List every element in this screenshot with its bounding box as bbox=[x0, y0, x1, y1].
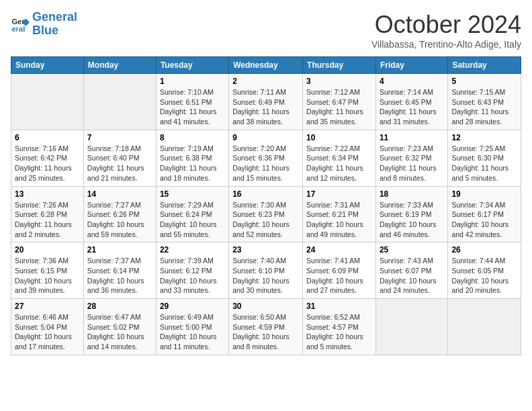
day-of-week-header: Monday bbox=[83, 57, 156, 74]
calendar-cell: 14Sunrise: 7:27 AMSunset: 6:26 PMDayligh… bbox=[83, 186, 156, 242]
logo-icon: Gen eral bbox=[11, 15, 30, 34]
day-info: Sunrise: 6:49 AMSunset: 5:00 PMDaylight:… bbox=[160, 312, 225, 352]
day-number: 31 bbox=[306, 302, 372, 311]
day-number: 24 bbox=[306, 245, 372, 255]
day-info: Sunrise: 6:47 AMSunset: 5:02 PMDaylight:… bbox=[87, 312, 152, 352]
calendar-cell: 6Sunrise: 7:16 AMSunset: 6:42 PMDaylight… bbox=[11, 130, 84, 186]
day-info: Sunrise: 7:43 AMSunset: 6:07 PMDaylight:… bbox=[380, 256, 444, 295]
calendar-cell: 10Sunrise: 7:22 AMSunset: 6:34 PMDayligh… bbox=[303, 130, 376, 186]
calendar-cell: 17Sunrise: 7:31 AMSunset: 6:21 PMDayligh… bbox=[303, 186, 376, 242]
page-header: Gen eral GeneralBlue October 2024 Villab… bbox=[11, 11, 521, 50]
calendar-cell bbox=[375, 299, 447, 355]
svg-text:eral: eral bbox=[11, 24, 25, 32]
calendar-cell: 31Sunrise: 6:52 AMSunset: 4:57 PMDayligh… bbox=[303, 299, 376, 355]
calendar-cell: 22Sunrise: 7:39 AMSunset: 6:12 PMDayligh… bbox=[156, 242, 228, 299]
calendar-header-row: SundayMondayTuesdayWednesdayThursdayFrid… bbox=[11, 57, 521, 74]
day-number: 6 bbox=[15, 133, 80, 142]
day-info: Sunrise: 7:33 AMSunset: 6:19 PMDaylight:… bbox=[380, 200, 444, 240]
day-info: Sunrise: 7:16 AMSunset: 6:42 PMDaylight:… bbox=[15, 144, 80, 183]
calendar-cell: 8Sunrise: 7:19 AMSunset: 6:38 PMDaylight… bbox=[156, 130, 228, 186]
day-number: 30 bbox=[232, 302, 299, 311]
day-number: 27 bbox=[15, 302, 80, 311]
day-info: Sunrise: 6:50 AMSunset: 4:59 PMDaylight:… bbox=[232, 312, 299, 352]
calendar-week-row: 6Sunrise: 7:16 AMSunset: 6:42 PMDaylight… bbox=[11, 130, 521, 186]
day-number: 10 bbox=[306, 133, 372, 142]
day-info: Sunrise: 7:18 AMSunset: 6:40 PMDaylight:… bbox=[87, 144, 152, 183]
day-of-week-header: Friday bbox=[375, 57, 447, 74]
day-number: 9 bbox=[232, 133, 299, 142]
day-of-week-header: Saturday bbox=[448, 57, 521, 74]
calendar-week-row: 13Sunrise: 7:26 AMSunset: 6:28 PMDayligh… bbox=[11, 186, 521, 242]
month-title: October 2024 bbox=[371, 11, 521, 39]
day-number: 19 bbox=[451, 189, 517, 199]
day-number: 21 bbox=[87, 245, 152, 255]
day-info: Sunrise: 7:15 AMSunset: 6:43 PMDaylight:… bbox=[451, 87, 517, 127]
day-info: Sunrise: 7:44 AMSunset: 6:05 PMDaylight:… bbox=[451, 256, 517, 295]
day-info: Sunrise: 7:27 AMSunset: 6:26 PMDaylight:… bbox=[87, 200, 152, 240]
calendar-week-row: 1Sunrise: 7:10 AMSunset: 6:51 PMDaylight… bbox=[11, 74, 521, 130]
day-of-week-header: Wednesday bbox=[229, 57, 303, 74]
calendar-cell: 23Sunrise: 7:40 AMSunset: 6:10 PMDayligh… bbox=[229, 242, 303, 299]
calendar-cell: 26Sunrise: 7:44 AMSunset: 6:05 PMDayligh… bbox=[448, 242, 521, 299]
title-block: October 2024 Villabassa, Trentino-Alto A… bbox=[371, 11, 521, 50]
logo-text: GeneralBlue bbox=[32, 11, 77, 38]
day-number: 23 bbox=[232, 245, 299, 255]
calendar-cell: 9Sunrise: 7:20 AMSunset: 6:36 PMDaylight… bbox=[229, 130, 303, 186]
day-info: Sunrise: 7:22 AMSunset: 6:34 PMDaylight:… bbox=[306, 144, 372, 183]
calendar-cell: 2Sunrise: 7:11 AMSunset: 6:49 PMDaylight… bbox=[229, 74, 303, 130]
day-number: 17 bbox=[306, 189, 372, 199]
calendar-week-row: 20Sunrise: 7:36 AMSunset: 6:15 PMDayligh… bbox=[11, 242, 521, 299]
calendar-cell: 30Sunrise: 6:50 AMSunset: 4:59 PMDayligh… bbox=[229, 299, 303, 355]
day-number: 25 bbox=[380, 245, 444, 255]
day-info: Sunrise: 7:34 AMSunset: 6:17 PMDaylight:… bbox=[451, 200, 517, 240]
day-number: 22 bbox=[160, 245, 225, 255]
day-info: Sunrise: 7:10 AMSunset: 6:51 PMDaylight:… bbox=[160, 87, 225, 127]
calendar-cell: 13Sunrise: 7:26 AMSunset: 6:28 PMDayligh… bbox=[11, 186, 84, 242]
day-info: Sunrise: 6:52 AMSunset: 4:57 PMDaylight:… bbox=[306, 312, 372, 352]
day-number: 29 bbox=[160, 302, 225, 311]
calendar-cell: 4Sunrise: 7:14 AMSunset: 6:45 PMDaylight… bbox=[375, 74, 447, 130]
day-number: 20 bbox=[15, 245, 80, 255]
day-number: 18 bbox=[380, 189, 444, 199]
day-info: Sunrise: 7:23 AMSunset: 6:32 PMDaylight:… bbox=[380, 144, 444, 183]
calendar-cell: 12Sunrise: 7:25 AMSunset: 6:30 PMDayligh… bbox=[448, 130, 521, 186]
day-number: 2 bbox=[232, 77, 299, 86]
day-info: Sunrise: 7:37 AMSunset: 6:14 PMDaylight:… bbox=[87, 256, 152, 295]
day-info: Sunrise: 7:36 AMSunset: 6:15 PMDaylight:… bbox=[15, 256, 80, 295]
day-number: 15 bbox=[160, 189, 225, 199]
day-number: 28 bbox=[87, 302, 152, 311]
calendar-cell: 29Sunrise: 6:49 AMSunset: 5:00 PMDayligh… bbox=[156, 299, 228, 355]
day-info: Sunrise: 7:19 AMSunset: 6:38 PMDaylight:… bbox=[160, 144, 225, 183]
day-number: 3 bbox=[306, 77, 372, 86]
day-info: Sunrise: 7:31 AMSunset: 6:21 PMDaylight:… bbox=[306, 200, 372, 240]
calendar-cell: 11Sunrise: 7:23 AMSunset: 6:32 PMDayligh… bbox=[375, 130, 447, 186]
day-info: Sunrise: 7:11 AMSunset: 6:49 PMDaylight:… bbox=[232, 87, 299, 127]
day-info: Sunrise: 7:39 AMSunset: 6:12 PMDaylight:… bbox=[160, 256, 225, 295]
day-info: Sunrise: 7:25 AMSunset: 6:30 PMDaylight:… bbox=[451, 144, 517, 183]
day-number: 13 bbox=[15, 189, 80, 199]
calendar-cell: 24Sunrise: 7:41 AMSunset: 6:09 PMDayligh… bbox=[303, 242, 376, 299]
location-subtitle: Villabassa, Trentino-Alto Adige, Italy bbox=[371, 39, 521, 50]
calendar-cell: 25Sunrise: 7:43 AMSunset: 6:07 PMDayligh… bbox=[375, 242, 447, 299]
calendar-cell bbox=[11, 74, 84, 130]
day-number: 4 bbox=[380, 77, 444, 86]
day-info: Sunrise: 7:30 AMSunset: 6:23 PMDaylight:… bbox=[232, 200, 299, 240]
day-info: Sunrise: 7:12 AMSunset: 6:47 PMDaylight:… bbox=[306, 87, 372, 127]
calendar-cell: 28Sunrise: 6:47 AMSunset: 5:02 PMDayligh… bbox=[83, 299, 156, 355]
calendar-cell: 3Sunrise: 7:12 AMSunset: 6:47 PMDaylight… bbox=[303, 74, 376, 130]
calendar-cell: 5Sunrise: 7:15 AMSunset: 6:43 PMDaylight… bbox=[448, 74, 521, 130]
day-number: 26 bbox=[451, 245, 517, 255]
day-number: 8 bbox=[160, 133, 225, 142]
logo: Gen eral GeneralBlue bbox=[11, 11, 77, 38]
calendar-table: SundayMondayTuesdayWednesdayThursdayFrid… bbox=[11, 56, 521, 355]
calendar-cell: 1Sunrise: 7:10 AMSunset: 6:51 PMDaylight… bbox=[156, 74, 228, 130]
day-number: 1 bbox=[160, 77, 225, 86]
day-info: Sunrise: 7:20 AMSunset: 6:36 PMDaylight:… bbox=[232, 144, 299, 183]
day-number: 12 bbox=[451, 133, 517, 142]
calendar-cell bbox=[448, 299, 521, 355]
day-number: 5 bbox=[451, 77, 517, 86]
calendar-body: 1Sunrise: 7:10 AMSunset: 6:51 PMDaylight… bbox=[11, 74, 521, 355]
day-info: Sunrise: 7:14 AMSunset: 6:45 PMDaylight:… bbox=[380, 87, 444, 127]
day-number: 16 bbox=[232, 189, 299, 199]
calendar-cell: 7Sunrise: 7:18 AMSunset: 6:40 PMDaylight… bbox=[83, 130, 156, 186]
